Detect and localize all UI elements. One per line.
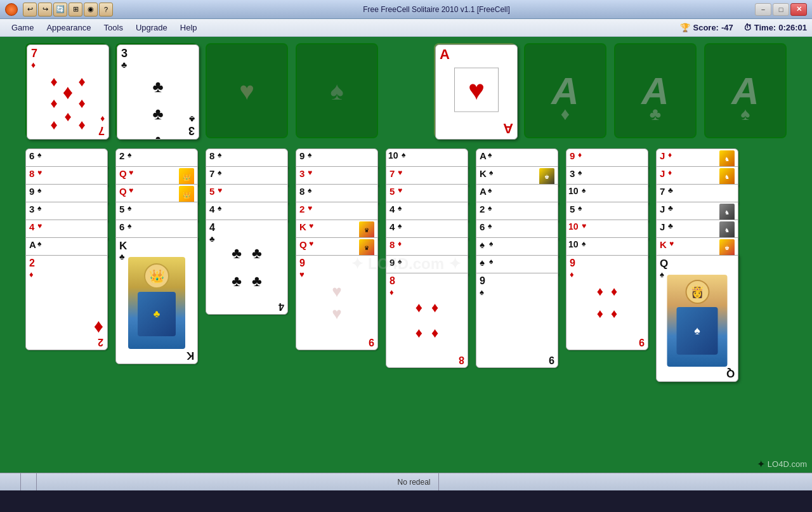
rank-bottom: 3 — [188, 125, 195, 136]
free-cell-4[interactable]: ♠ — [296, 43, 378, 138]
minimize-button[interactable]: − — [755, 3, 771, 16]
tableau: 6 ♠ 8 ♥ 9 ♠ 3 ♠ 4 ♥ A ♠ — [25, 148, 787, 415]
card-9d-2[interactable]: 9 ♦ ♦ ♦ ♦ ♦ 9 — [566, 255, 648, 350]
card-3c[interactable]: 3 ♣ ♣ ♣ ♣ 3 ♣ — [117, 44, 199, 140]
close-button[interactable]: ✕ — [790, 3, 807, 16]
card-ah[interactable]: A ♥ A — [435, 44, 518, 140]
suit-bottom: ♣ — [189, 115, 195, 124]
tableau-column-5: 10 ♠ 7 ♥ 5 ♥ 4 ♠ 4 ♠ 8 ♦ — [386, 148, 468, 396]
foundation-3[interactable]: A ♣ — [614, 43, 697, 138]
toolbar-btn-3[interactable]: 🔄 — [53, 3, 67, 16]
game-area: 7 ♦ ♦ 7 ♦ ♦ ♦ ♦ ♦ ♦ ♦ ♦ 3 ♣ — [0, 37, 812, 490]
tableau-column-4: 9 ♠ 3 ♥ 8 ♠ 2 ♥ K ♥ ♛ Q — [296, 148, 378, 390]
status-segment-1 — [5, 473, 21, 490]
status-bar: No redeal — [0, 473, 812, 490]
time-display: ⏱ Time: 0:26:01 — [743, 23, 807, 32]
card-8d-2[interactable]: 8 ♦ ♦ ♦ ♦ ♦ 8 — [386, 273, 468, 368]
tableau-column-8: J ♦ ♞ J ♦ ♞ 7 ♣ J ♣ ♞ J ♣ ♞ — [656, 148, 738, 415]
card-kc[interactable]: K ♣ 👑 ♣ K — [115, 237, 198, 364]
card-9s-4[interactable]: 9 ♠ 9 — [476, 273, 558, 368]
rank-top: 3 — [121, 48, 128, 59]
lo4d-text: LO4D.com — [768, 459, 807, 469]
tableau-column-6: A ♠ K ♠ ♚ A ♠ 2 ♠ 6 ♠ ♠ ♠ — [476, 148, 558, 396]
toolbar-btn-4[interactable]: ⊞ — [69, 3, 82, 16]
menu-bar: Game Appearance Tools Upgrade Help 🏆 Sco… — [0, 19, 812, 37]
card-4c[interactable]: 4 ♣ ♣ ♣ ♣ ♣ 4 — [206, 220, 288, 315]
foundation-suit-3: ♣ — [650, 104, 661, 124]
app-icon — [5, 3, 18, 16]
toolbar-btn-5[interactable]: ◉ — [84, 3, 98, 16]
toolbar-btn-1[interactable]: ↩ — [23, 3, 37, 16]
score-icon: 🏆 — [680, 23, 690, 32]
toolbar-buttons: ↩ ↪ 🔄 ⊞ ◉ ? — [23, 3, 113, 16]
menu-tools[interactable]: Tools — [98, 20, 129, 35]
maximize-button[interactable]: □ — [773, 3, 789, 16]
status-segment-3 — [792, 473, 807, 490]
free-cell-1[interactable]: 7 ♦ ♦ 7 ♦ ♦ ♦ ♦ ♦ ♦ ♦ ♦ — [25, 43, 108, 138]
lo4d-logo: ✦ LO4D.com — [757, 458, 807, 470]
top-row: 7 ♦ ♦ 7 ♦ ♦ ♦ ♦ ♦ ♦ ♦ ♦ 3 ♣ — [25, 43, 787, 138]
foundation-2[interactable]: A ♦ — [524, 43, 606, 138]
suit-top: ♣ — [121, 60, 127, 69]
card-7d[interactable]: 7 ♦ ♦ 7 ♦ ♦ ♦ ♦ ♦ ♦ ♦ ♦ — [27, 44, 109, 140]
card-9h[interactable]: 9 ♥ ♥ ♥ 9 — [296, 255, 378, 350]
tableau-column-1: 6 ♠ 8 ♥ 9 ♠ 3 ♠ 4 ♥ A ♠ — [25, 148, 108, 364]
free-cell-3[interactable]: ♥ — [206, 43, 288, 138]
menu-upgrade[interactable]: Upgrade — [129, 20, 174, 35]
suit-bottom: ♦ — [100, 115, 105, 124]
foundation-suit-2: ♦ — [561, 104, 570, 124]
foundation-1[interactable]: A ♥ A — [434, 43, 516, 138]
title-bar: ↩ ↪ 🔄 ⊞ ◉ ? Free FreeCell Solitaire 2010… — [0, 0, 812, 19]
window-controls: − □ ✕ — [755, 3, 807, 16]
time-icon: ⏱ — [743, 23, 752, 32]
rank-bottom: 7 — [98, 125, 105, 136]
free-cell-2[interactable]: 3 ♣ ♣ ♣ ♣ 3 ♣ — [115, 43, 198, 138]
score-value: -47 — [721, 23, 733, 32]
rank-top: 7 — [31, 48, 37, 59]
suit-top: ♦ — [31, 60, 36, 69]
score-label: Score: — [693, 23, 718, 32]
time-label: Time: — [754, 23, 776, 32]
status-segment-2 — [21, 473, 37, 490]
foundation-suit-4: ♠ — [741, 104, 750, 124]
tableau-column-3: 8 ♠ 7 ♠ 5 ♥ 4 ♠ 4 ♣ ♣ ♣ ♣ — [206, 148, 288, 332]
tableau-column-7: 9 ♦ 3 ♠ 10 ♠ 5 ♠ 10 ♥ 10 ♠ — [566, 148, 648, 383]
menu-help[interactable]: Help — [174, 20, 204, 35]
menu-game[interactable]: Game — [5, 20, 40, 35]
status-no-redeal: No redeal — [390, 473, 438, 490]
window-title: Free FreeCell Solitaire 2010 v1.1 [FreeC… — [118, 5, 755, 14]
rank-bottom: A — [503, 120, 513, 136]
time-value: 0:26:01 — [778, 23, 807, 32]
card-qs[interactable]: Q ♠ 👸 ♠ Q — [656, 255, 738, 382]
toolbar-btn-help[interactable]: ? — [99, 3, 113, 16]
toolbar-btn-2[interactable]: ↪ — [38, 3, 52, 16]
card-2d[interactable]: 2 ♦ ♦ 2 — [25, 255, 108, 350]
menu-appearance[interactable]: Appearance — [40, 20, 97, 35]
rank-top: A — [440, 48, 450, 62]
tableau-column-2: 2 ♠ Q ♥ 👑 Q ♥ 👑 5 ♠ 6 ♠ — [115, 148, 198, 383]
score-display: 🏆 Score: -47 — [680, 23, 733, 32]
foundation-4[interactable]: A ♠ — [704, 43, 787, 138]
